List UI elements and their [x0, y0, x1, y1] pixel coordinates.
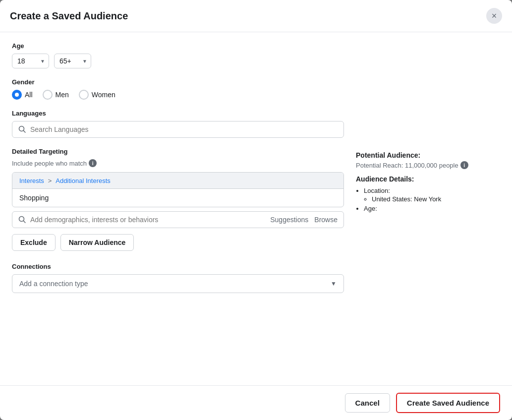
audience-details-list: Location: United States: New York Age:: [356, 187, 500, 212]
gender-men-option[interactable]: Men: [43, 90, 69, 100]
potential-reach: Potential Reach: 11,000,000 people i: [356, 161, 500, 169]
connections-label: Connections: [12, 263, 344, 270]
targeting-item-shopping: Shopping: [12, 189, 343, 207]
breadcrumb-interests[interactable]: Interests: [19, 177, 44, 184]
gender-label: Gender: [12, 78, 344, 86]
main-content: Age 13 18 21 25 35 45 55: [12, 42, 500, 303]
close-button[interactable]: ×: [486, 8, 502, 24]
connection-select-wrapper[interactable]: Add a connection type ▼: [12, 274, 344, 293]
content-left: Age 13 18 21 25 35 45 55: [12, 42, 344, 303]
targeting-breadcrumb: Interests > Additional Interests: [12, 173, 343, 189]
narrow-audience-button[interactable]: Narrow Audience: [60, 234, 134, 251]
audience-details-title: Audience Details:: [356, 175, 500, 183]
gender-all-label: All: [25, 91, 33, 99]
modal-overlay: Create a Saved Audience × Age 13 18: [0, 0, 512, 420]
action-buttons-row: Exclude Narrow Audience: [12, 234, 344, 251]
gender-women-label: Women: [92, 91, 115, 99]
suggestions-link[interactable]: Suggestions: [270, 216, 308, 224]
gender-all-radio[interactable]: [12, 90, 22, 100]
connections-section: Connections Add a connection type ▼: [12, 263, 344, 293]
gender-all-option[interactable]: All: [12, 90, 33, 100]
reach-info-icon[interactable]: i: [460, 161, 468, 169]
targeting-search-row[interactable]: Suggestions Browse: [12, 211, 344, 228]
age-section: Age 13 18 21 25 35 45 55: [12, 42, 344, 68]
gender-men-label: Men: [56, 91, 69, 99]
create-audience-modal: Create a Saved Audience × Age 13 18: [0, 0, 512, 420]
languages-label: Languages: [12, 110, 344, 117]
age-max-wrapper[interactable]: 18 21 25 35 45 55 65 65+: [54, 54, 91, 68]
targeting-box: Interests > Additional Interests Shoppin…: [12, 172, 344, 207]
potential-audience-title: Potential Audience:: [356, 151, 500, 159]
create-saved-audience-button[interactable]: Create Saved Audience: [396, 393, 500, 413]
browse-link[interactable]: Browse: [314, 216, 338, 224]
gender-section: Gender All Men: [12, 78, 344, 100]
svg-line-1: [24, 131, 26, 133]
languages-section: Languages: [12, 110, 344, 138]
location-detail: Location: United States: New York: [364, 187, 500, 203]
age-max-select[interactable]: 18 21 25 35 45 55 65 65+: [54, 54, 91, 68]
languages-search-input[interactable]: [30, 125, 338, 133]
modal-footer: Cancel Create Saved Audience: [0, 385, 512, 420]
targeting-search-right: Suggestions Browse: [270, 216, 338, 224]
modal-header: Create a Saved Audience ×: [0, 0, 512, 32]
connection-placeholder: Add a connection type: [19, 280, 88, 288]
location-sub-list: United States: New York: [364, 195, 500, 203]
detailed-targeting-subtitle: Include people who match i: [12, 159, 344, 167]
location-value: United States: New York: [372, 195, 500, 203]
cancel-button[interactable]: Cancel: [345, 393, 390, 413]
gender-women-radio[interactable]: [79, 90, 89, 100]
detailed-targeting-label: Detailed Targeting: [12, 148, 344, 155]
gender-row: All Men Women: [12, 90, 344, 100]
modal-title: Create a Saved Audience: [10, 10, 128, 22]
chevron-down-icon: ▼: [331, 280, 337, 287]
languages-search-wrapper[interactable]: [12, 121, 344, 138]
search-icon: [18, 125, 26, 133]
targeting-search-icon: [18, 216, 26, 224]
right-panel: Potential Audience: Potential Reach: 11,…: [356, 42, 500, 303]
breadcrumb-separator: >: [48, 177, 52, 184]
age-row: 13 18 21 25 35 45 55 65: [12, 54, 344, 68]
age-detail: Age:: [364, 205, 500, 212]
detailed-targeting-section: Detailed Targeting Include people who ma…: [12, 148, 344, 251]
exclude-button[interactable]: Exclude: [12, 234, 56, 251]
age-min-wrapper[interactable]: 13 18 21 25 35 45 55 65: [12, 54, 49, 68]
modal-body: Age 13 18 21 25 35 45 55: [0, 32, 512, 385]
gender-women-option[interactable]: Women: [79, 90, 115, 100]
gender-men-radio[interactable]: [43, 90, 53, 100]
info-icon[interactable]: i: [89, 159, 97, 167]
targeting-search-input[interactable]: [30, 216, 179, 224]
breadcrumb-additional-interests[interactable]: Additional Interests: [56, 177, 111, 184]
age-label: Age: [12, 42, 344, 50]
targeting-search-left: [18, 216, 179, 224]
svg-line-3: [24, 221, 26, 223]
age-min-select[interactable]: 13 18 21 25 35 45 55 65: [12, 54, 49, 68]
